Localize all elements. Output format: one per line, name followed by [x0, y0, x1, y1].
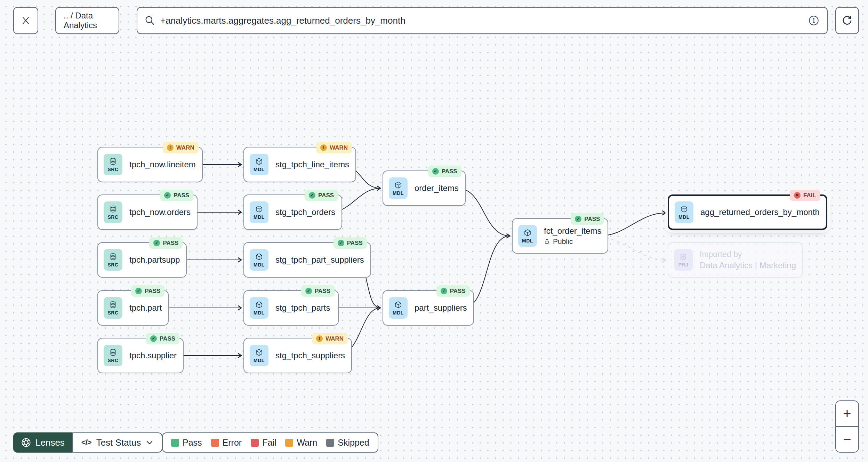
fail-swatch: [251, 439, 259, 447]
node-type-label: SRC: [107, 310, 118, 316]
status-label: PASS: [145, 288, 160, 295]
check-icon: ✓: [150, 335, 157, 342]
legend-item-error: Error: [211, 438, 242, 448]
legend-label: Warn: [297, 438, 317, 448]
lens-selector[interactable]: </> Test Status: [72, 432, 162, 453]
node-type-label: SRC: [107, 214, 118, 220]
breadcrumb[interactable]: .. / Data Analytics: [55, 7, 119, 34]
zoom-in-button[interactable]: +: [836, 401, 858, 427]
legend-item-skipped: Skipped: [326, 438, 369, 448]
cube-icon: [255, 301, 263, 309]
zoom-out-button[interactable]: −: [836, 427, 858, 452]
node-type-label: MDL: [678, 214, 690, 220]
node-type-chip: SRC: [104, 201, 122, 223]
aperture-icon: [21, 437, 31, 448]
cube-icon: [255, 205, 263, 213]
node-type-label: SRC: [107, 358, 118, 363]
selected-lens-label: Test Status: [96, 437, 141, 448]
info-button[interactable]: [807, 14, 821, 27]
node-label: order_items: [415, 183, 459, 193]
node-type-chip: SRC: [104, 154, 122, 175]
warn-swatch: [285, 439, 293, 447]
node-type-label: SRC: [107, 167, 118, 172]
chevron-down-icon: [146, 440, 153, 445]
legend-item-warn: Warn: [285, 438, 317, 448]
status-label: PASS: [160, 335, 175, 342]
search-icon: [144, 15, 155, 26]
error-swatch: [211, 439, 219, 447]
check-icon: ✓: [309, 192, 315, 199]
lens-bar: Lenses </> Test Status: [13, 432, 162, 453]
node-stg_tpch_suppliers[interactable]: ! WARN MDL stg_tpch_suppliers: [243, 338, 352, 373]
node-type-label: MDL: [254, 167, 265, 172]
imported-by-project: Data Analytics | Marketing: [700, 261, 796, 270]
warn-icon: !: [167, 144, 174, 151]
database-icon: [109, 157, 117, 166]
cube-icon: [523, 229, 532, 237]
node-type-chip: MDL: [518, 225, 537, 247]
lenses-button[interactable]: Lenses: [13, 432, 72, 453]
access-label: Public: [553, 237, 573, 246]
close-icon: [21, 16, 31, 25]
node-type-label: MDL: [393, 310, 404, 316]
legend-label: Fail: [262, 438, 276, 448]
zoom-control: + −: [835, 400, 859, 453]
node-stg_tpch_orders[interactable]: ✓ PASS MDL stg_tpch_orders: [243, 194, 342, 230]
node-label: part_suppliers: [415, 303, 467, 313]
status-label: PASS: [347, 240, 363, 247]
node-tpch-part[interactable]: ✓ PASS SRC tpch.part: [97, 290, 169, 326]
lineage-explorer: { "toolbar": { "breadcrumb": ".. / Data …: [0, 0, 868, 462]
status-badge: ✓ PASS: [305, 190, 338, 201]
node-label: tpch.partsupp: [129, 255, 180, 265]
node-type-chip: MDL: [250, 249, 268, 271]
status-badge: ✓ PASS: [428, 166, 461, 177]
edge-dashed-imported-by: [600, 237, 666, 260]
node-stg_tpch_line_items[interactable]: ! WARN MDL stg_tpch_line_items: [243, 147, 356, 182]
status-badge: ✓ PASS: [571, 213, 604, 225]
status-label: FAIL: [803, 192, 816, 199]
node-stg_tpch_parts[interactable]: ✓ PASS MDL stg_tpch_parts: [243, 290, 339, 326]
node-label: tpch.part: [129, 303, 162, 313]
lenses-label: Lenses: [35, 437, 65, 448]
refresh-button[interactable]: [835, 7, 859, 34]
cube-icon: [394, 301, 402, 309]
edges-layer: [0, 0, 868, 462]
skipped-swatch: [326, 439, 334, 447]
test-status-legend: Pass Error Fail Warn Skipped: [162, 432, 378, 453]
node-part_suppliers[interactable]: ✓ PASS MDL part_suppliers: [383, 290, 474, 326]
project-icon: [679, 253, 688, 261]
node-tpch-partsupp[interactable]: ✓ PASS SRC tpch.partsupp: [97, 242, 187, 278]
node-tpch-supplier[interactable]: ✓ PASS SRC tpch.supplier: [97, 338, 184, 373]
node-order_items[interactable]: ✓ PASS MDL order_items: [383, 170, 466, 206]
database-icon: [109, 348, 117, 357]
node-tpch_now-orders[interactable]: ✓ PASS SRC tpch_now.orders: [97, 194, 198, 230]
cube-icon: [394, 181, 402, 189]
cube-icon: [255, 348, 263, 357]
node-text: Imported by Data Analytics | Marketing: [700, 250, 796, 270]
node-imported-by-project[interactable]: PRJ Imported by Data Analytics | Marketi…: [668, 242, 803, 278]
close-button[interactable]: [13, 7, 38, 34]
node-label: agg_returned_orders_by_month: [700, 207, 820, 217]
status-badge: ✓ PASS: [149, 237, 183, 249]
check-icon: ✓: [338, 240, 344, 246]
node-label: tpch_now.orders: [129, 207, 191, 217]
status-badge: ✓ PASS: [333, 237, 367, 249]
check-icon: ✓: [153, 240, 160, 246]
node-tpch_now-lineitem[interactable]: ! WARN SRC tpch_now.lineitem: [97, 147, 203, 182]
status-badge: ! WARN: [316, 142, 352, 153]
check-icon: ✓: [164, 192, 171, 199]
status-badge: ✓ PASS: [436, 285, 470, 297]
node-agg_returned_orders_by_month[interactable]: ✕ FAIL MDL agg_returned_orders_by_month: [668, 194, 827, 230]
imported-by-label: Imported by: [700, 250, 796, 259]
status-label: PASS: [450, 288, 466, 295]
node-stg_tpch_part_suppliers[interactable]: ✓ PASS MDL stg_tpch_part_suppliers: [243, 242, 371, 278]
legend-item-pass: Pass: [171, 438, 202, 448]
node-type-label: MDL: [254, 214, 265, 220]
node-type-label: MDL: [254, 262, 265, 268]
node-type-chip: MDL: [250, 297, 268, 319]
node-fct_order_items[interactable]: ✓ PASS MDL fct_order_items Public: [512, 218, 608, 254]
status-badge: ✓ PASS: [131, 285, 164, 297]
legend-label: Pass: [183, 438, 202, 448]
search-input[interactable]: [160, 15, 803, 26]
check-icon: ✓: [441, 288, 447, 294]
